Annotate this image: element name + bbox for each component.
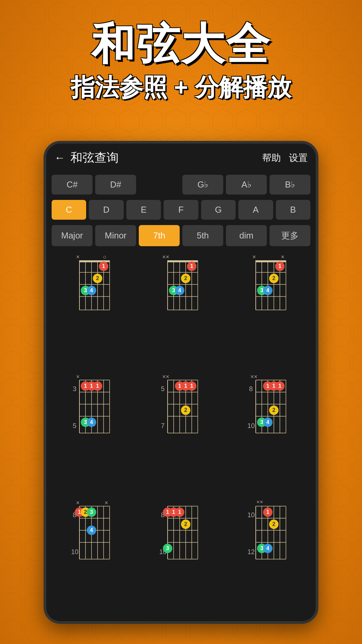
key-e[interactable]: E bbox=[126, 200, 161, 220]
svg-text:1: 1 bbox=[90, 383, 93, 389]
svg-text:4: 4 bbox=[266, 287, 269, 293]
key-gflat[interactable]: G♭ bbox=[182, 175, 223, 195]
svg-text:1: 1 bbox=[184, 383, 187, 389]
back-button[interactable]: ← bbox=[54, 152, 65, 164]
type-dim[interactable]: dim bbox=[226, 225, 267, 246]
svg-text:×: × bbox=[76, 373, 80, 380]
svg-text:1: 1 bbox=[96, 383, 99, 389]
svg-text:3: 3 bbox=[166, 545, 169, 551]
svg-text:1: 1 bbox=[178, 509, 181, 515]
sub-title: 指法参照 + 分解播放 bbox=[0, 71, 362, 104]
main-title: 和弦大全 bbox=[0, 20, 362, 68]
svg-text:×: × bbox=[105, 499, 108, 506]
svg-text:××: ×× bbox=[162, 254, 169, 260]
top-actions: 帮助 设置 bbox=[262, 152, 308, 164]
svg-text:1: 1 bbox=[84, 383, 87, 389]
svg-text:×: × bbox=[76, 254, 80, 260]
svg-text:1: 1 bbox=[102, 263, 105, 269]
svg-text:1: 1 bbox=[272, 383, 275, 389]
svg-text:3: 3 bbox=[260, 419, 263, 425]
key-d[interactable]: D bbox=[89, 200, 123, 220]
key-bflat[interactable]: B♭ bbox=[269, 175, 310, 195]
svg-text:1: 1 bbox=[278, 383, 281, 389]
key-aflat[interactable]: A♭ bbox=[226, 175, 267, 195]
key-c[interactable]: C bbox=[52, 200, 86, 220]
chords-grid: × ○ bbox=[46, 249, 316, 621]
svg-text:2: 2 bbox=[184, 275, 187, 281]
svg-text:○: ○ bbox=[103, 254, 107, 260]
natural-keys-row: C D E F G A B bbox=[46, 197, 316, 222]
svg-text:××: ×× bbox=[250, 373, 257, 380]
svg-text:8: 8 bbox=[249, 385, 253, 392]
svg-text:3: 3 bbox=[90, 509, 93, 515]
svg-text:4: 4 bbox=[266, 545, 269, 551]
svg-text:2: 2 bbox=[96, 275, 99, 281]
svg-text:4: 4 bbox=[178, 287, 181, 293]
svg-text:4: 4 bbox=[90, 527, 93, 533]
type-more[interactable]: 更多 bbox=[269, 225, 310, 246]
svg-text:××: ×× bbox=[162, 373, 169, 380]
svg-text:10: 10 bbox=[247, 511, 255, 519]
help-button[interactable]: 帮助 bbox=[262, 152, 281, 164]
svg-text:1: 1 bbox=[190, 383, 193, 389]
svg-text:2: 2 bbox=[272, 521, 275, 527]
svg-text:×: × bbox=[252, 254, 256, 260]
chord-diagram-3[interactable]: × × 1 2 bbox=[225, 249, 313, 369]
svg-text:1: 1 bbox=[166, 509, 169, 515]
key-b[interactable]: B bbox=[276, 200, 310, 220]
svg-text:4: 4 bbox=[90, 287, 93, 293]
svg-text:3: 3 bbox=[260, 287, 263, 293]
svg-text:5: 5 bbox=[161, 385, 165, 392]
svg-text:12: 12 bbox=[247, 548, 255, 555]
settings-button[interactable]: 设置 bbox=[289, 152, 308, 164]
type-minor[interactable]: Minor bbox=[95, 225, 136, 246]
svg-text:2: 2 bbox=[84, 509, 87, 515]
chord-diagram-1[interactable]: × ○ bbox=[49, 249, 137, 369]
svg-text:1: 1 bbox=[278, 263, 281, 269]
chord-diagram-6[interactable]: ×× 8 10 1 1 bbox=[225, 369, 313, 495]
chord-diagram-8[interactable]: 8 10 1 1 bbox=[137, 495, 225, 621]
svg-text:×: × bbox=[281, 254, 285, 260]
svg-text:2: 2 bbox=[272, 407, 275, 413]
svg-text:1: 1 bbox=[178, 383, 181, 389]
svg-text:2: 2 bbox=[272, 275, 275, 281]
chord-diagram-5[interactable]: ×× 5 7 1 1 bbox=[137, 369, 225, 495]
svg-text:4: 4 bbox=[90, 419, 93, 425]
chord-diagram-9[interactable]: 10 12 ×× 1 bbox=[225, 495, 313, 621]
svg-text:4: 4 bbox=[266, 419, 269, 425]
key-a[interactable]: A bbox=[238, 200, 273, 220]
chord-diagram-2[interactable]: ×× 1 2 3 bbox=[137, 249, 225, 369]
phone-frame: ← 和弦查询 帮助 设置 C# D# G♭ A♭ B♭ C D E F G A … bbox=[44, 141, 318, 624]
chord-diagram-4[interactable]: × 3 5 1 bbox=[49, 369, 137, 495]
svg-text:2: 2 bbox=[184, 521, 187, 527]
app-content: ← 和弦查询 帮助 设置 C# D# G♭ A♭ B♭ C D E F G A … bbox=[46, 144, 316, 621]
key-f[interactable]: F bbox=[164, 200, 198, 220]
chord-type-row: Major Minor 7th 5th dim 更多 bbox=[46, 222, 316, 249]
svg-text:××: ×× bbox=[256, 499, 263, 505]
key-dsharp[interactable]: D# bbox=[95, 175, 136, 195]
app-title: 和弦查询 bbox=[70, 150, 262, 166]
key-g[interactable]: G bbox=[201, 200, 236, 220]
svg-text:5: 5 bbox=[73, 422, 76, 429]
svg-text:7: 7 bbox=[161, 422, 165, 429]
svg-text:1: 1 bbox=[78, 509, 81, 515]
svg-text:10: 10 bbox=[71, 548, 78, 555]
svg-text:3: 3 bbox=[260, 545, 263, 551]
type-major[interactable]: Major bbox=[52, 225, 93, 246]
svg-text:10: 10 bbox=[247, 422, 255, 429]
sharps-flats-row: C# D# G♭ A♭ B♭ bbox=[46, 172, 316, 197]
svg-text:3: 3 bbox=[84, 287, 87, 293]
chord-diagram-7[interactable]: × × 8 10 1 bbox=[49, 495, 137, 621]
type-5th[interactable]: 5th bbox=[182, 225, 223, 246]
title-area: 和弦大全 指法参照 + 分解播放 bbox=[0, 20, 362, 104]
svg-text:1: 1 bbox=[266, 509, 269, 515]
key-spacer bbox=[139, 175, 180, 195]
svg-text:×: × bbox=[76, 499, 80, 506]
svg-text:3: 3 bbox=[84, 419, 87, 425]
type-7th[interactable]: 7th bbox=[139, 225, 180, 246]
svg-text:1: 1 bbox=[266, 383, 269, 389]
svg-text:2: 2 bbox=[184, 407, 187, 413]
top-bar: ← 和弦查询 帮助 设置 bbox=[46, 144, 316, 172]
key-csharp[interactable]: C# bbox=[52, 175, 93, 195]
svg-text:3: 3 bbox=[73, 385, 76, 392]
